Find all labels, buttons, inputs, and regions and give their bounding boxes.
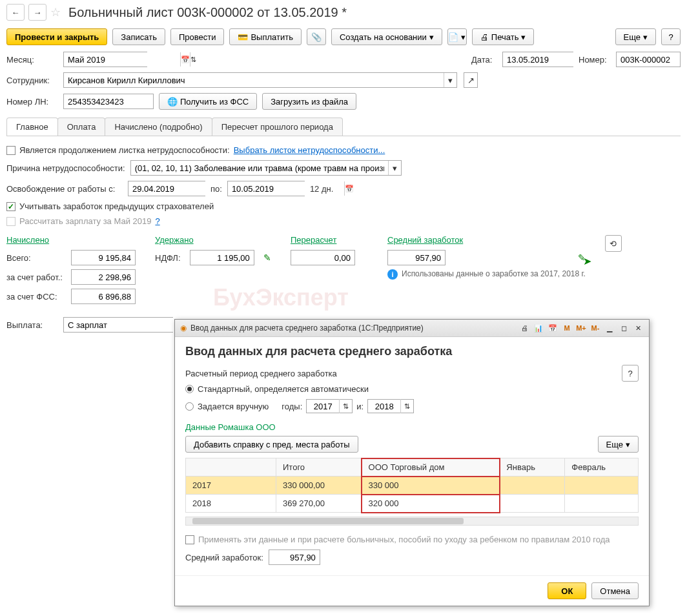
mem-m-icon[interactable]: M — [561, 322, 573, 334]
cursor-icon: ➤ — [583, 255, 591, 267]
ndfl-value[interactable] — [190, 250, 254, 265]
summary-block: Начислено Всего: за счет работ.: за счет… — [6, 229, 681, 314]
release-to-input[interactable]: 📅 — [227, 181, 305, 196]
date-input[interactable]: 📅 — [502, 52, 573, 67]
release-from-input[interactable]: 📅 — [128, 181, 205, 196]
create-based-button[interactable]: Создать на основании ▾ — [331, 28, 442, 45]
page-title: Больничный лист 003К-000002 от 13.05.201… — [68, 5, 347, 20]
avg-value[interactable] — [387, 250, 446, 265]
maximize-icon[interactable]: ◻ — [618, 322, 630, 334]
spinner-icon[interactable]: ⇅ — [190, 52, 196, 67]
employee-field[interactable] — [64, 73, 444, 87]
print-icon[interactable]: 🖨 — [518, 322, 530, 334]
month-input[interactable]: 📅 ⇅ — [63, 52, 147, 67]
number-field[interactable] — [616, 52, 681, 67]
nav-forward-button[interactable]: → — [28, 4, 46, 21]
calc-salary-help[interactable]: ? — [155, 216, 159, 226]
days-label: 12 дн. — [310, 184, 333, 194]
action-dropdown-button[interactable]: 📄▾ — [447, 28, 467, 45]
calc-icon[interactable]: 📊 — [533, 322, 544, 334]
avg-header[interactable]: Средний заработок — [387, 235, 586, 245]
reason-field[interactable] — [131, 161, 388, 175]
load-file-button[interactable]: Загрузить из файла — [262, 93, 356, 110]
calc-salary-checkbox — [6, 217, 15, 226]
attach-button[interactable]: 📎 — [307, 28, 326, 45]
pencil-icon[interactable]: ✎ — [263, 252, 271, 263]
minimize-icon[interactable]: ▁ — [604, 322, 615, 334]
payout-combo[interactable] — [63, 317, 173, 333]
chevron-down-icon: ▾ — [643, 32, 648, 42]
employee-label: Сотрудник: — [6, 76, 58, 85]
select-prev-link[interactable]: Выбрать листок нетрудоспособности... — [234, 145, 385, 155]
arrow-left-icon: ← — [12, 8, 20, 17]
tab-main[interactable]: Главное — [6, 118, 58, 136]
edit-avg-button[interactable]: ✎➤ — [578, 252, 586, 263]
row-employee: Сотрудник: ▾ ↗ — [0, 70, 687, 90]
app-icon: ◉ — [180, 323, 187, 333]
calc-salary-label: Рассчитать зарплату за Май 2019 — [19, 216, 151, 226]
withheld-header[interactable]: Удержано — [155, 235, 271, 245]
refresh-icon: ⟲ — [610, 239, 617, 249]
header-bar: ← → ☆ Больничный лист 003К-000002 от 13.… — [0, 0, 687, 25]
chevron-down-icon[interactable]: ▾ — [388, 161, 401, 175]
save-button[interactable]: Записать — [112, 28, 165, 45]
continuation-checkbox[interactable] — [6, 146, 15, 155]
post-button[interactable]: Провести — [170, 28, 225, 45]
calendar-icon[interactable]: 📅 — [344, 181, 354, 196]
doc-icon: 📄 — [448, 32, 458, 42]
ln-field[interactable] — [63, 94, 154, 109]
row-ln: Номер ЛН: 🌐Получить из ФСС Загрузить из … — [0, 90, 687, 112]
avg-info-text: Использованы данные о заработке за 2017,… — [402, 269, 586, 278]
ndfl-label: НДФЛ: — [155, 253, 181, 263]
tab-recalc[interactable]: Пересчет прошлого периода — [212, 118, 343, 136]
mem-mminus-icon[interactable]: M- — [590, 322, 601, 334]
fss-label: за счет ФСС: — [6, 292, 57, 302]
main-toolbar: Провести и закрыть Записать Провести 💳Вы… — [0, 25, 687, 49]
info-icon: i — [387, 269, 398, 280]
print-button[interactable]: 🖨Печать ▾ — [472, 28, 535, 45]
calendar-icon[interactable]: 📅 — [180, 52, 190, 67]
reason-label: Причина нетрудоспособности: — [6, 163, 125, 173]
refresh-button[interactable]: ⟲ — [605, 235, 622, 252]
accrued-header[interactable]: Начислено — [6, 235, 136, 245]
release-to-label: по: — [210, 184, 222, 194]
tab-accrued[interactable]: Начислено (подробно) — [105, 118, 212, 136]
pay-button[interactable]: 💳Выплатить — [229, 28, 302, 45]
nav-back-button[interactable]: ← — [6, 4, 25, 21]
globe-icon: 🌐 — [167, 97, 178, 107]
fss-value[interactable] — [71, 289, 136, 304]
post-and-close-button[interactable]: Провести и закрыть — [6, 28, 107, 45]
dialog-titlebar[interactable]: ◉ Ввод данных для расчета среднего зараб… — [175, 320, 649, 337]
payout-label: Выплата: — [6, 320, 58, 330]
tab-payment[interactable]: Оплата — [57, 118, 106, 136]
recalc-header[interactable]: Перерасчет — [291, 235, 368, 245]
get-fss-button[interactable]: 🌐Получить из ФСС — [159, 93, 257, 110]
favorite-star-icon[interactable]: ☆ — [50, 5, 61, 19]
prev-insurers-label: Учитывать заработок предыдущих страховат… — [19, 201, 214, 211]
month-field[interactable] — [64, 52, 180, 67]
employer-value[interactable] — [71, 269, 136, 285]
total-value[interactable] — [71, 250, 136, 265]
more-button[interactable]: Еще ▾ — [615, 28, 656, 45]
employee-combo[interactable]: ▾ — [63, 72, 457, 88]
dialog-window-title: Ввод данных для расчета среднего заработ… — [190, 323, 424, 333]
avg-info: i Использованы данные о заработке за 201… — [387, 269, 586, 280]
date-label: Дата: — [471, 55, 497, 65]
recalc-value[interactable] — [291, 250, 355, 265]
tab-strip: Главное Оплата Начислено (подробно) Пере… — [6, 118, 681, 136]
close-icon[interactable]: ✕ — [632, 322, 644, 334]
clip-icon: 📎 — [311, 32, 322, 42]
continuation-label: Является продолжением листка нетрудоспос… — [19, 145, 230, 155]
calendar-icon[interactable]: 📅 — [547, 322, 559, 334]
month-label: Месяц: — [6, 55, 58, 65]
reason-combo[interactable]: ▾ — [130, 160, 402, 176]
mem-mplus-icon[interactable]: M+ — [575, 322, 587, 334]
payout-field[interactable] — [64, 318, 180, 332]
chevron-down-icon[interactable]: ▾ — [444, 73, 456, 87]
prev-insurers-checkbox[interactable] — [6, 202, 15, 211]
total-label: Всего: — [6, 253, 31, 263]
printer-icon: 🖨 — [480, 32, 489, 42]
chevron-down-icon: ▾ — [461, 32, 466, 42]
open-employee-button[interactable]: ↗ — [464, 72, 478, 88]
help-button[interactable]: ? — [661, 28, 681, 45]
